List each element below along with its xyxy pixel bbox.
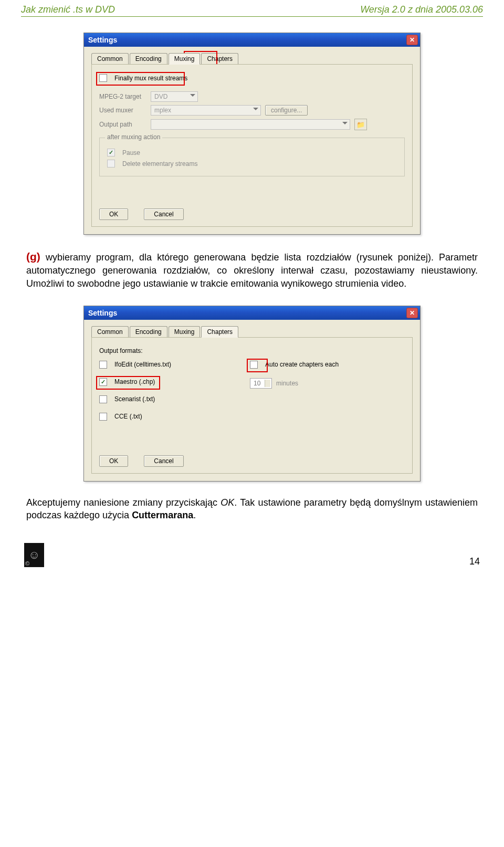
para2-end: . [193, 510, 196, 520]
page-footer: ☺ © 14 [21, 543, 483, 572]
mpeg2-row: MPEG-2 target DVD [99, 91, 405, 102]
format-cce-label: CCE (.txt) [114, 413, 142, 420]
avatar-face-icon: ☺ [28, 548, 40, 562]
mpeg2-select[interactable]: DVD [151, 91, 198, 102]
auto-minutes-spinner[interactable]: 10 [250, 378, 272, 389]
dialog2-buttons: OK Cancel [99, 455, 184, 467]
tab-panel-chapters: Output formats: IfoEdit (celltimes.txt) … [91, 337, 413, 474]
header-left: Jak zmienić .ts w DVD [21, 4, 115, 15]
output-formats-label-row: Output formats: [99, 347, 405, 354]
format-scenarist-label: Scenarist (.txt) [114, 395, 155, 403]
ok-button-2[interactable]: OK [99, 455, 128, 467]
delete-checkbox[interactable] [107, 160, 115, 168]
format-scenarist-checkbox[interactable] [99, 395, 107, 403]
titlebar-2[interactable]: Settings ✕ [84, 306, 420, 320]
auto-minutes-row: 10 minutes [250, 378, 339, 389]
tab-encoding-label: Encoding [135, 55, 162, 62]
tab2-encoding-label: Encoding [135, 328, 162, 336]
auto-create-checkbox[interactable] [250, 361, 258, 369]
muxer-select[interactable]: mplex [151, 105, 261, 116]
pause-checkbox[interactable] [107, 149, 115, 156]
auto-create-row: Auto create chapters each [250, 361, 339, 369]
author-avatar: ☺ © [24, 543, 44, 567]
delete-row: Delete elementary streams [107, 160, 397, 168]
para-g-prefix: (g) [26, 250, 40, 263]
format-ifo-label: IfoEdit (celltimes.txt) [114, 361, 171, 368]
after-muxing-fieldset: after muxing action Pause Delete element… [99, 138, 405, 176]
mpeg2-value: DVD [154, 93, 167, 100]
ok-label: OK [109, 211, 118, 218]
paragraph-accept: Akceptujemy naniesione zmiany przyciskaj… [26, 496, 478, 522]
page-header: Jak zmienić .ts w DVD Wersja 2.0 z dnia … [21, 0, 483, 17]
paragraph-g: (g) wybieramy program, dla którego gener… [26, 249, 478, 290]
format-cce-checkbox[interactable] [99, 413, 107, 421]
header-right: Wersja 2.0 z dnia 2005.03.06 [360, 4, 483, 15]
configure-label: configure... [271, 107, 302, 114]
tab2-muxing[interactable]: Muxing [169, 326, 201, 338]
cancel-button[interactable]: Cancel [144, 208, 183, 220]
ok-button[interactable]: OK [99, 208, 128, 220]
muxer-label: Used muxer [99, 107, 146, 114]
cancel-label: Cancel [154, 211, 173, 218]
output-row: Output path 📁 [99, 119, 405, 130]
settings-dialog-chapters: Settings ✕ Common Encoding Muxing Chapte… [83, 306, 421, 482]
close-icon-2[interactable]: ✕ [406, 308, 418, 318]
tab2-common[interactable]: Common [91, 326, 129, 338]
page-number: 14 [469, 556, 480, 567]
format-maestro-row: Maestro (.chp) [99, 378, 171, 386]
tab2-chapters[interactable]: Chapters [201, 326, 238, 338]
auto-create-label: Auto create chapters each [265, 361, 339, 368]
chapters-two-col: IfoEdit (celltimes.txt) Maestro (.chp) S… [99, 358, 405, 424]
format-scenarist-row: Scenarist (.txt) [99, 395, 171, 403]
delete-label: Delete elementary streams [122, 160, 197, 168]
tab-chapters-label: Chapters [207, 55, 233, 62]
muxer-value: mplex [154, 107, 171, 114]
tab2-common-label: Common [97, 328, 123, 336]
copyright-icon: © [25, 560, 29, 567]
format-maestro-checkbox[interactable] [99, 378, 107, 386]
configure-button[interactable]: configure... [265, 105, 308, 116]
auto-minutes-unit: minutes [276, 380, 298, 387]
pause-row: Pause [107, 149, 397, 156]
format-cce-row: CCE (.txt) [99, 413, 171, 421]
tab-muxing[interactable]: Muxing [169, 53, 201, 65]
finally-mux-checkbox[interactable] [99, 74, 107, 82]
auto-minutes-value: 10 [254, 380, 260, 387]
tab-muxing-label: Muxing [174, 55, 195, 62]
output-path-select[interactable] [151, 119, 350, 130]
browse-folder-icon[interactable]: 📁 [354, 119, 367, 130]
pause-label: Pause [122, 149, 140, 156]
tab2-encoding[interactable]: Encoding [130, 326, 167, 338]
tab2-muxing-label: Muxing [174, 328, 195, 336]
tab-encoding[interactable]: Encoding [130, 53, 167, 65]
muxer-row: Used muxer mplex configure... [99, 105, 405, 116]
window-title-2: Settings [88, 309, 117, 317]
para-g-text: wybieramy program, dla którego generowan… [26, 252, 478, 289]
format-ifo-row: IfoEdit (celltimes.txt) [99, 361, 171, 369]
tab-chapters[interactable]: Chapters [201, 53, 238, 65]
para2-app: Cuttermarana [132, 510, 193, 520]
window-title: Settings [88, 36, 117, 44]
output-label: Output path [99, 121, 146, 128]
output-formats-label: Output formats: [99, 347, 143, 354]
cancel-label-2: Cancel [154, 457, 173, 465]
formats-col: IfoEdit (celltimes.txt) Maestro (.chp) S… [99, 358, 171, 424]
tab-panel-muxing: Finally mux result streams MPEG-2 target… [91, 64, 413, 227]
para2-a: Akceptujemy naniesione zmiany przyciskaj… [26, 497, 220, 508]
mpeg2-label: MPEG-2 target [99, 93, 146, 100]
settings-dialog-muxing: Settings ✕ Common Encoding Muxing Chapte… [83, 33, 421, 235]
tab-common[interactable]: Common [91, 53, 129, 65]
titlebar[interactable]: Settings ✕ [84, 33, 420, 47]
tabs: Common Encoding Muxing Chapters g [91, 53, 413, 65]
tabs-2: Common Encoding Muxing Chapters [91, 326, 413, 338]
after-muxing-legend: after muxing action [105, 133, 162, 141]
cancel-button-2[interactable]: Cancel [144, 455, 183, 467]
format-maestro-label: Maestro (.chp) [114, 378, 155, 385]
tab-common-label: Common [97, 55, 123, 62]
tab2-chapters-label: Chapters [207, 328, 233, 336]
finally-mux-row: Finally mux result streams [99, 74, 405, 82]
format-ifo-checkbox[interactable] [99, 361, 107, 369]
dialog1-buttons: OK Cancel [99, 208, 184, 220]
close-icon[interactable]: ✕ [406, 35, 418, 45]
ok-label-2: OK [109, 457, 118, 465]
